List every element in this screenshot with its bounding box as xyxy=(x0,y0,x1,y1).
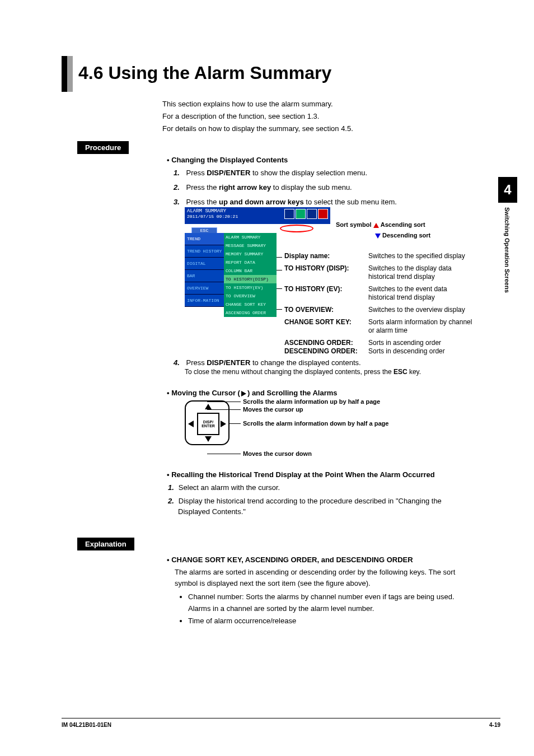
recall-step: 2.Display the historical trend according… xyxy=(167,496,469,517)
leader-line xyxy=(277,288,282,289)
speaker-icon xyxy=(318,209,328,219)
figure-submenu: ALARM SUMMARY MESSAGE SUMMARY MEMORY SUM… xyxy=(224,233,277,317)
ascending-triangle-icon xyxy=(373,223,379,228)
side-tab: 4 Switching Operation Screens xyxy=(498,177,517,293)
submenu-item[interactable]: ASCENDING ORDER xyxy=(224,309,277,317)
section-recalling-title: Recalling the Historical Trend Display a… xyxy=(167,470,469,479)
sidebar-item[interactable]: TREND xyxy=(185,233,224,245)
sort-symbol-highlight xyxy=(280,225,313,232)
figure-titlebar: ALARM SUMMARY 2011/07/15 09:20:21 xyxy=(185,207,330,224)
descending-triangle-icon xyxy=(375,234,381,239)
submenu-item[interactable]: COLUMN BAR xyxy=(224,267,277,275)
leader-line xyxy=(277,257,282,258)
callout-row: CHANGE SORT KEY: Sorts alarm information… xyxy=(284,318,475,335)
left-arrow-icon xyxy=(188,421,194,427)
callout-row: TO HISTORY (DISP): Switches to the displ… xyxy=(284,264,475,282)
up-arrow-icon xyxy=(205,404,212,409)
recall-step: 1.Select an alarm with the cursor. xyxy=(167,482,469,493)
submenu-item[interactable]: MEMORY SUMMARY xyxy=(224,250,277,258)
right-arrow-icon xyxy=(241,391,246,396)
sidebar-item[interactable]: DIGITAL xyxy=(185,258,224,270)
sort-symbol-label: Sort symbol Ascending sort xyxy=(336,221,425,228)
leader-line xyxy=(207,402,241,402)
disp-icon xyxy=(284,209,294,219)
recalling-section: Recalling the Historical Trend Display a… xyxy=(167,470,469,520)
leader-line xyxy=(277,270,282,270)
footer-right: 4-19 xyxy=(489,722,500,728)
leader-line xyxy=(277,309,282,310)
section-moving-title: Moving the Cursor () and Scrolling the A… xyxy=(167,389,338,397)
explanation-title: CHANGE SORT KEY, ASCENDING ORDER, and DE… xyxy=(167,554,469,566)
down-arrow-icon xyxy=(205,436,212,442)
intro-line: This section explains how to use the ala… xyxy=(162,98,353,110)
disp-enter-key[interactable]: DISP/ENTER xyxy=(197,413,219,435)
footer-left: IM 04L21B01-01EN xyxy=(62,722,111,728)
callout-row: Display name: Switches to the specified … xyxy=(284,252,475,261)
sidebar-item[interactable]: INFOR-MATION xyxy=(185,295,224,307)
leader-line xyxy=(229,423,241,424)
keycap: DISP/ENTER xyxy=(207,358,250,367)
descending-sort-label: Descending sort xyxy=(375,232,430,239)
sidebar-item[interactable]: OVERVIEW xyxy=(185,282,224,295)
procedure-badge: Procedure xyxy=(77,141,129,154)
chapter-number: 4 xyxy=(498,177,517,203)
submenu-item[interactable]: CHANGE SORT KEY xyxy=(224,300,277,309)
callout-row: DESCENDING ORDER: Sorts in descending or… xyxy=(284,347,475,356)
leader-line xyxy=(207,409,241,410)
keycap: DISP/ENTER xyxy=(207,169,250,177)
disp-enter-key-diagram: DISP/ENTER xyxy=(185,400,229,445)
step-row: 1. Press DISP/ENTER to show the display … xyxy=(174,167,397,179)
step-row: 2. Press the right arrow key to display … xyxy=(174,181,397,194)
submenu-item[interactable]: TO OVERVIEW xyxy=(224,292,277,300)
section-changing-title: Changing the Displayed Contents xyxy=(167,156,288,164)
header-decoration xyxy=(62,56,73,92)
figure-sidebar: TREND TREND HISTORY DIGITAL BAR OVERVIEW… xyxy=(185,233,224,307)
submenu-item[interactable]: TO HISTORY(EV) xyxy=(224,283,277,292)
step-4: 4. Press DISP/ENTER to change the displa… xyxy=(174,358,465,376)
submenu-item[interactable]: MESSAGE SUMMARY xyxy=(224,241,277,250)
leader-line xyxy=(207,454,241,454)
step-4-note: To close the menu without changing the d… xyxy=(174,368,465,376)
page-footer: IM 04L21B01-01EN 4-19 xyxy=(62,718,500,728)
sidebar-item[interactable]: TREND HISTORY xyxy=(185,245,224,258)
step-number: 3. xyxy=(174,198,180,206)
sidebar-item[interactable]: BAR xyxy=(185,270,224,282)
keycap: up and down arrow keys xyxy=(219,198,304,206)
explanation-paragraph: The alarms are sorted in ascending or de… xyxy=(167,567,469,589)
key-label-cursor-up: Moves the cursor up xyxy=(243,406,303,413)
callout-row: TO OVERVIEW: Switches to the overview di… xyxy=(284,306,475,315)
intro-block: This section explains how to use the ala… xyxy=(162,98,353,135)
key-label-scroll-down: Scrolls the alarm information down by ha… xyxy=(243,420,388,427)
callout-row: TO HISTORY (EV): Switches to the event d… xyxy=(284,285,475,302)
explanation-list-item: Time of alarm occurrence/release xyxy=(188,615,469,627)
figure-callouts: Display name: Switches to the specified … xyxy=(284,252,475,360)
submenu-item[interactable]: TO HISTORY(DISP) xyxy=(224,275,277,283)
explanation-badge: Explanation xyxy=(77,538,134,550)
intro-line: For details on how to display the summar… xyxy=(162,123,353,135)
steps-123: 1. Press DISP/ENTER to show the display … xyxy=(174,167,397,211)
span-icon xyxy=(296,209,306,219)
step-row: 3. Press the up and down arrow keys to s… xyxy=(174,196,397,208)
step-number: 4. xyxy=(174,358,180,367)
intro-line: For a description of the function, see s… xyxy=(162,110,353,123)
page-title: 4.6 Using the Alarm Summary xyxy=(78,63,331,83)
step-number: 2. xyxy=(174,183,180,192)
camera-icon xyxy=(307,209,317,219)
chapter-title-vertical: Switching Operation Screens xyxy=(498,207,510,293)
keycap: right arrow key xyxy=(219,183,271,192)
key-label-scroll-up: Scrolls the alarm information up by half… xyxy=(243,398,380,405)
key-label-cursor-down: Moves the cursor down xyxy=(243,450,312,457)
explanation-list-item: Channel number: Sorts the alarms by chan… xyxy=(188,591,469,614)
step-number: 1. xyxy=(174,169,180,177)
submenu-item[interactable]: REPORT DATA xyxy=(224,258,277,267)
callout-row: ASCENDING ORDER: Sorts in ascending orde… xyxy=(284,339,475,348)
explanation-body: CHANGE SORT KEY, ASCENDING ORDER, and DE… xyxy=(167,554,469,628)
submenu-item[interactable]: ALARM SUMMARY xyxy=(224,233,277,241)
right-arrow-icon xyxy=(221,421,226,427)
